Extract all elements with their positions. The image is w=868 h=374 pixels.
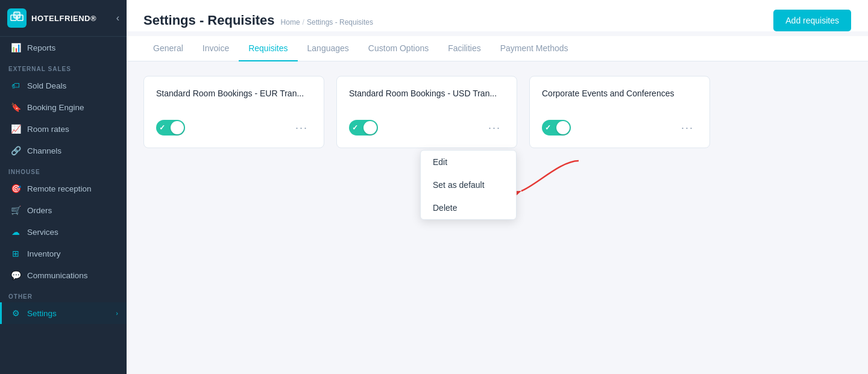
sidebar-item-communications[interactable]: 💬 Communications <box>0 264 127 286</box>
logo-icon <box>7 8 27 28</box>
sidebar-item-booking-engine-label: Booking Engine <box>27 103 84 112</box>
sidebar-item-services[interactable]: ☁ Services <box>0 221 127 243</box>
sidebar-item-channels-label: Channels <box>27 146 61 155</box>
sidebar-item-booking-engine[interactable]: 🔖 Booking Engine <box>0 96 127 118</box>
reports-icon: 📊 <box>10 43 21 52</box>
card-corporate: Corporate Events and Conferences ✓ ··· <box>529 76 710 148</box>
card-usd-title: Standard Room Bookings - USD Tran... <box>349 89 505 98</box>
main-header: Settings - Requisites Home / Settings - … <box>127 0 868 31</box>
inventory-icon: ⊞ <box>10 249 21 258</box>
card-corporate-menu-button[interactable]: ··· <box>678 120 697 136</box>
card-eur-title: Standard Room Bookings - EUR Tran... <box>156 89 312 98</box>
sidebar-collapse-button[interactable]: ‹ <box>116 13 119 23</box>
settings-chevron-icon: › <box>116 310 118 317</box>
booking-engine-icon: 🔖 <box>10 102 21 112</box>
card-usd-footer: ✓ ··· <box>349 120 505 136</box>
sidebar-item-reports[interactable]: 📊 Reports <box>0 37 127 58</box>
sidebar-item-inventory-label: Inventory <box>27 249 61 258</box>
sidebar-item-sold-deals-label: Sold Deals <box>27 81 66 90</box>
communications-icon: 💬 <box>10 270 21 280</box>
card-corporate-toggle[interactable]: ✓ <box>542 120 571 136</box>
section-other: OTHER <box>0 286 127 302</box>
sold-deals-icon: 🏷 <box>10 81 21 90</box>
svg-rect-2 <box>14 12 20 18</box>
sidebar-item-settings[interactable]: ⚙ Settings › <box>0 302 127 324</box>
arrow-to-dropdown <box>512 155 585 203</box>
toggle-knob <box>171 121 184 134</box>
main-content: Settings - Requisites Home / Settings - … <box>127 0 868 374</box>
toggle-check-icon-2: ✓ <box>352 123 358 132</box>
sidebar-header: HOTELFRIEND® ‹ <box>0 0 127 37</box>
page-title-area: Settings - Requisites Home / Settings - … <box>143 13 373 28</box>
logo-text: HOTELFRIEND® <box>31 14 96 23</box>
sidebar-logo: HOTELFRIEND® <box>7 8 96 28</box>
sidebar-item-sold-deals[interactable]: 🏷 Sold Deals <box>0 75 127 96</box>
card-eur: Standard Room Bookings - EUR Tran... ✓ ·… <box>143 76 324 148</box>
sidebar-item-services-label: Services <box>27 228 58 237</box>
tab-custom-options[interactable]: Custom Options <box>359 36 438 61</box>
sidebar-item-settings-label: Settings <box>27 309 57 318</box>
breadcrumb-home[interactable]: Home <box>281 18 300 26</box>
services-icon: ☁ <box>10 227 21 237</box>
channels-icon: 🔗 <box>10 146 21 155</box>
tab-payment-methods[interactable]: Payment Methods <box>491 36 578 61</box>
card-eur-toggle[interactable]: ✓ <box>156 120 185 136</box>
card-corporate-title: Corporate Events and Conferences <box>542 89 697 98</box>
sidebar-item-communications-label: Communications <box>27 271 88 280</box>
dropdown-menu: Edit Set as default Delete <box>420 150 517 220</box>
tab-invoice[interactable]: Invoice <box>193 36 239 61</box>
sidebar: HOTELFRIEND® ‹ 📊 Reports EXTERNAL SALES … <box>0 0 127 374</box>
card-corporate-footer: ✓ ··· <box>542 120 697 136</box>
room-rates-icon: 📈 <box>10 124 21 134</box>
toggle-check-icon: ✓ <box>159 123 165 132</box>
remote-reception-icon: 🎯 <box>10 184 21 193</box>
settings-icon: ⚙ <box>10 308 21 318</box>
tab-requisites[interactable]: Requisites <box>239 36 297 61</box>
orders-icon: 🛒 <box>10 205 21 215</box>
toggle-track-3[interactable]: ✓ <box>542 120 571 136</box>
sidebar-item-orders-label: Orders <box>27 206 52 215</box>
cards-row: Standard Room Bookings - EUR Tran... ✓ ·… <box>143 76 851 148</box>
card-eur-menu-button[interactable]: ··· <box>292 120 312 136</box>
sidebar-item-channels[interactable]: 🔗 Channels <box>0 140 127 161</box>
sidebar-item-remote-reception[interactable]: 🎯 Remote reception <box>0 178 127 199</box>
tabs-bar: General Invoice Requisites Languages Cus… <box>127 36 868 61</box>
toggle-track-2[interactable]: ✓ <box>349 120 378 136</box>
dropdown-set-default[interactable]: Set as default <box>421 173 516 196</box>
section-inhouse: INHOUSE <box>0 161 127 178</box>
toggle-knob-2 <box>363 121 377 134</box>
sidebar-item-orders[interactable]: 🛒 Orders <box>0 199 127 221</box>
page-title: Settings - Requisites <box>143 13 275 28</box>
tab-general[interactable]: General <box>143 36 193 61</box>
card-usd-menu-button[interactable]: ··· <box>485 120 505 136</box>
card-usd: Standard Room Bookings - USD Tran... ✓ ·… <box>336 76 517 148</box>
dropdown-delete[interactable]: Delete <box>421 196 516 219</box>
sidebar-item-room-rates-label: Room rates <box>27 125 69 134</box>
section-external-sales: EXTERNAL SALES <box>0 58 127 75</box>
content-area: Standard Room Bookings - EUR Tran... ✓ ·… <box>127 61 868 374</box>
sidebar-item-reports-label: Reports <box>27 43 55 52</box>
tab-facilities[interactable]: Facilities <box>438 36 490 61</box>
add-requisites-button[interactable]: Add requisites <box>773 10 851 31</box>
toggle-check-icon-3: ✓ <box>545 123 551 132</box>
tab-languages[interactable]: Languages <box>298 36 359 61</box>
toggle-knob-3 <box>556 121 570 134</box>
card-usd-toggle[interactable]: ✓ <box>349 120 378 136</box>
breadcrumb-current: Settings - Requisites <box>307 18 373 26</box>
breadcrumb-sep: / <box>303 18 304 26</box>
toggle-track[interactable]: ✓ <box>156 120 185 136</box>
sidebar-item-room-rates[interactable]: 📈 Room rates <box>0 118 127 140</box>
dropdown-edit[interactable]: Edit <box>421 151 516 173</box>
sidebar-item-inventory[interactable]: ⊞ Inventory <box>0 243 127 264</box>
breadcrumb: Home / Settings - Requisites <box>281 18 373 26</box>
sidebar-item-remote-reception-label: Remote reception <box>27 184 92 193</box>
card-eur-footer: ✓ ··· <box>156 120 312 136</box>
